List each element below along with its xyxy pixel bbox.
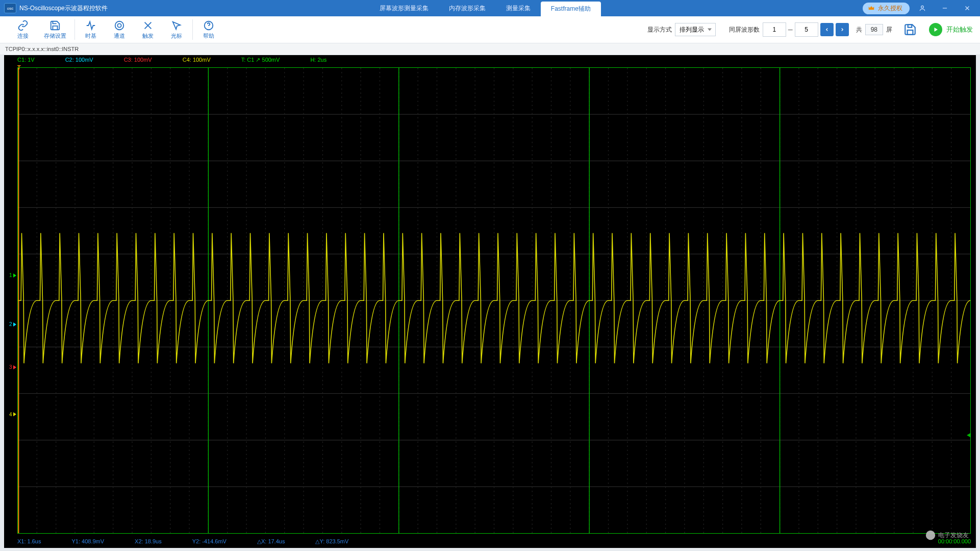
horiz-info: H: 2us [310, 57, 326, 63]
close-button[interactable] [958, 0, 977, 16]
save-settings-button[interactable]: 存储设置 [44, 20, 66, 40]
svg-point-5 [117, 23, 121, 27]
frame-from-input[interactable] [763, 22, 786, 37]
ch3-scale: C3: 100mV [124, 57, 152, 63]
channel-icon [114, 20, 125, 31]
total-frames-value: 98 [865, 24, 883, 35]
scope-footer: X1: 1.6us Y1: 408.9mV X2: 18.9us Y2: -41… [17, 537, 971, 546]
trigger-info: T: C1 ↗ 500mV [241, 57, 280, 63]
display-mode-label: 显示方式 [647, 26, 672, 34]
disk-icon [903, 23, 917, 36]
timebase-icon [85, 20, 96, 31]
license-badge[interactable]: 永久授权 [863, 3, 910, 14]
ch1-scale: C1: 1V [17, 57, 35, 63]
prev-page-button[interactable] [820, 23, 834, 36]
svg-point-4 [115, 21, 124, 30]
channel-label: 通道 [114, 32, 125, 40]
play-icon [933, 27, 939, 33]
svg-point-0 [921, 6, 924, 8]
next-page-button[interactable] [836, 23, 849, 36]
scope-graph[interactable] [17, 67, 971, 534]
svg-rect-11 [908, 24, 912, 27]
channel-button[interactable]: 通道 [112, 20, 127, 40]
app-icon: osc [4, 3, 16, 13]
total-suffix: 屏 [886, 26, 892, 34]
user-icon[interactable] [913, 0, 932, 16]
ch2-scale: C2: 100mV [65, 57, 93, 63]
cursor-y1: Y1: 408.9mV [71, 538, 104, 544]
svg-rect-10 [908, 30, 913, 35]
trigger-button[interactable]: 触发 [140, 20, 156, 40]
save-icon [49, 20, 61, 31]
cursor-y2: Y2: -414.6mV [192, 538, 227, 544]
scope-header: C1: 1V C2: 100mV C3: 100mV C4: 100mV T: … [4, 55, 976, 64]
main-tabs: 屏幕波形测量采集 内存波形采集 测量采集 Fastframe辅助 [108, 0, 863, 16]
tab-fastframe[interactable]: Fastframe辅助 [541, 2, 601, 16]
instrument-address: TCPIP0::x.x.x.x::inst0::INSTR [0, 43, 980, 55]
cursor-label: 光标 [171, 32, 182, 40]
scope-area: C1: 1V C2: 100mV C3: 100mV C4: 100mV T: … [4, 55, 976, 548]
tab-memory-waveform[interactable]: 内存波形采集 [439, 0, 496, 16]
total-prefix: 共 [856, 26, 862, 34]
ch3-marker: 3 [9, 364, 16, 370]
range-separator: – [788, 25, 793, 34]
ch4-scale: C4: 100mV [183, 57, 211, 63]
save-waveform-button[interactable] [901, 21, 919, 38]
connect-label: 连接 [17, 32, 29, 40]
tab-measure[interactable]: 测量采集 [496, 0, 541, 16]
cursor-dx: △X: 17.4us [257, 538, 285, 545]
trigger-level-marker[interactable] [967, 433, 970, 437]
channel-markers: 1 2 3 4 [9, 67, 16, 534]
cursor-icon [171, 20, 182, 31]
cursor-x2: X2: 18.9us [135, 538, 162, 544]
cursor-button[interactable]: 光标 [169, 20, 184, 40]
save-label: 存储设置 [44, 32, 66, 40]
help-button[interactable]: 帮助 [201, 20, 216, 40]
crown-icon [868, 5, 875, 12]
connect-button[interactable]: 连接 [15, 20, 31, 40]
display-mode-select[interactable]: 排列显示 [675, 23, 716, 36]
trigger-label: 触发 [142, 32, 154, 40]
cursor-x1: X1: 1.6us [17, 538, 41, 544]
toolbar: 连接 存储设置 时基 通道 触发 光标 帮助 显示方式 [0, 16, 980, 43]
license-text: 永久授权 [878, 4, 902, 13]
ch4-marker: 4 [9, 412, 16, 417]
timecode: 00:00:00.000 [938, 538, 971, 544]
trigger-icon [142, 20, 154, 31]
timebase-label: 时基 [85, 32, 96, 40]
ch1-marker: 1 [9, 272, 16, 278]
help-icon [203, 20, 214, 31]
ch2-marker: 2 [9, 321, 16, 327]
cursor-dy: △Y: 823.5mV [315, 538, 348, 545]
start-trigger-button[interactable]: 开始触发 [929, 23, 973, 36]
title-bar: osc NS-Oscilloscope示波器程控软件 屏幕波形测量采集 内存波形… [0, 0, 980, 16]
svg-marker-12 [935, 28, 938, 32]
link-icon [17, 20, 29, 31]
timebase-button[interactable]: 时基 [83, 20, 98, 40]
frame-to-input[interactable] [795, 22, 818, 37]
run-label: 开始触发 [946, 25, 973, 34]
tab-screen-waveform[interactable]: 屏幕波形测量采集 [369, 0, 439, 16]
help-label: 帮助 [203, 32, 214, 40]
app-title: NS-Oscilloscope示波器程控软件 [19, 4, 108, 13]
chevron-right-icon [840, 27, 845, 32]
frames-label: 同屏波形数 [729, 26, 760, 34]
minimize-button[interactable] [935, 0, 954, 16]
chevron-left-icon [824, 27, 830, 32]
